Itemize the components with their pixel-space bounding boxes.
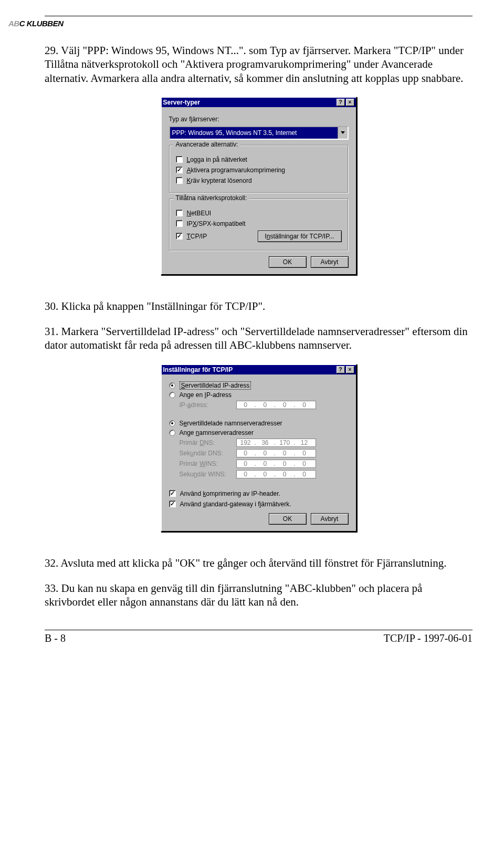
specify-dns-radio[interactable]: Ange namnserveradresser [169,429,349,436]
ip-header-compression-option[interactable]: ✓ Använd komprimering av IP-header. [169,490,349,497]
protocols-legend: Tillåtna nätverksprotokoll: [174,194,249,202]
advanced-options-group: Avancerade alternativ: Logga in på nätve… [169,145,349,193]
encrypted-password-option[interactable]: Kräv krypterat lösenord [176,177,342,184]
software-compression-option[interactable]: ✓ Aktivera programvarukomprimering [176,166,342,174]
ip-address-label: IP-adress: [180,401,232,409]
ok-button[interactable]: OK [269,256,307,268]
tcpip-option[interactable]: ✓ TCP/IP Inställningar för TCP/IP... [176,231,342,242]
checkbox-icon [176,210,183,216]
brand-logo: ABC KLUBBEN [8,19,64,28]
cancel-button[interactable]: Avbryt [311,513,349,525]
advanced-options-legend: Avancerade alternativ: [174,141,240,148]
primary-dns-input[interactable]: 192. 36. 170. 12 [236,439,316,447]
type-label: Typ av fjärrserver: [169,116,349,123]
paragraph-31: 31. Markera "Servertilldelad IP-adress" … [45,325,472,352]
checkbox-icon [176,177,183,184]
close-button[interactable]: × [346,366,354,373]
footer-right: TCP/IP - 1997-06-01 [384,632,472,644]
checkbox-icon [176,156,183,163]
footer-left: B - 8 [45,632,66,644]
cancel-button[interactable]: Avbryt [311,256,349,268]
checkbox-icon: ✓ [169,501,176,507]
secondary-dns-row: Sekundär DNS: 0. 0. 0. 0 [180,449,349,457]
dialog-title: Server-typer [163,99,201,106]
titlebar: Inställningar för TCP/IP ? × [162,365,356,374]
tcpip-settings-dialog: Inställningar för TCP/IP ? × Servertilld… [161,364,357,532]
server-type-value: PPP: Windows 95, Windows NT 3.5, Interne… [170,127,338,139]
server-assigned-ip-radio[interactable]: Servertilldelad IP-adress [169,382,349,389]
header-rule [45,16,472,16]
checkbox-icon: ✓ [169,490,176,497]
radio-icon [169,420,175,426]
allowed-protocols-group: Tillåtna nätverksprotokoll: NetBEUI IPX/… [169,199,349,251]
secondary-dns-input[interactable]: 0. 0. 0. 0 [236,449,316,457]
server-types-dialog: Server-typer ? × Typ av fjärrserver: PPP… [161,97,357,275]
dropdown-arrow-icon [338,127,348,139]
page-footer: B - 8 TCP/IP - 1997-06-01 [45,630,472,644]
tcpip-settings-button[interactable]: Inställningar för TCP/IP... [258,231,342,242]
primary-wins-row: Primär WINS: 0. 0. 0. 0 [180,460,349,468]
secondary-wins-input[interactable]: 0. 0. 0. 0 [236,470,316,478]
ip-address-row: IP-adress: 0. 0. 0. 0 [180,401,349,409]
paragraph-30: 30. Klicka på knappen "Inställningar för… [45,299,472,313]
checkbox-icon: ✓ [176,233,183,239]
secondary-wins-row: Sekundär WINS: 0. 0. 0. 0 [180,470,349,478]
titlebar: Server-typer ? × [162,98,356,107]
radio-icon [169,430,175,436]
paragraph-32: 32. Avsluta med att klicka på "OK" tre g… [45,556,472,570]
radio-icon [169,392,175,398]
ok-button[interactable]: OK [269,513,307,525]
server-type-select[interactable]: PPP: Windows 95, Windows NT 3.5, Interne… [169,126,349,140]
help-button[interactable]: ? [337,99,345,106]
dialog-title: Inställningar för TCP/IP [163,366,233,373]
logon-network-option[interactable]: Logga in på nätverket [176,156,342,163]
paragraph-29: 29. Välj "PPP: Windows 95, Windows NT...… [45,44,472,85]
specify-ip-radio[interactable]: Ange en IP-adress [169,391,349,399]
ipx-spx-option[interactable]: IPX/SPX-kompatibelt [176,220,342,227]
radio-icon [169,382,175,389]
checkbox-icon: ✓ [176,166,183,173]
default-gateway-option[interactable]: ✓ Använd standard-gateway i fjärrnätverk… [169,501,349,508]
close-button[interactable]: × [346,99,354,106]
checkbox-icon [176,220,183,227]
netbeui-option[interactable]: NetBEUI [176,210,342,217]
help-button[interactable]: ? [337,366,345,373]
primary-dns-row: Primär DNS: 192. 36. 170. 12 [180,439,349,447]
paragraph-33: 33. Du kan nu skapa en genväg till din f… [45,581,472,609]
primary-wins-input[interactable]: 0. 0. 0. 0 [236,460,316,468]
ip-address-input[interactable]: 0. 0. 0. 0 [236,401,316,409]
server-assigned-dns-radio[interactable]: Servertilldelade namnserveradresser [169,420,349,427]
